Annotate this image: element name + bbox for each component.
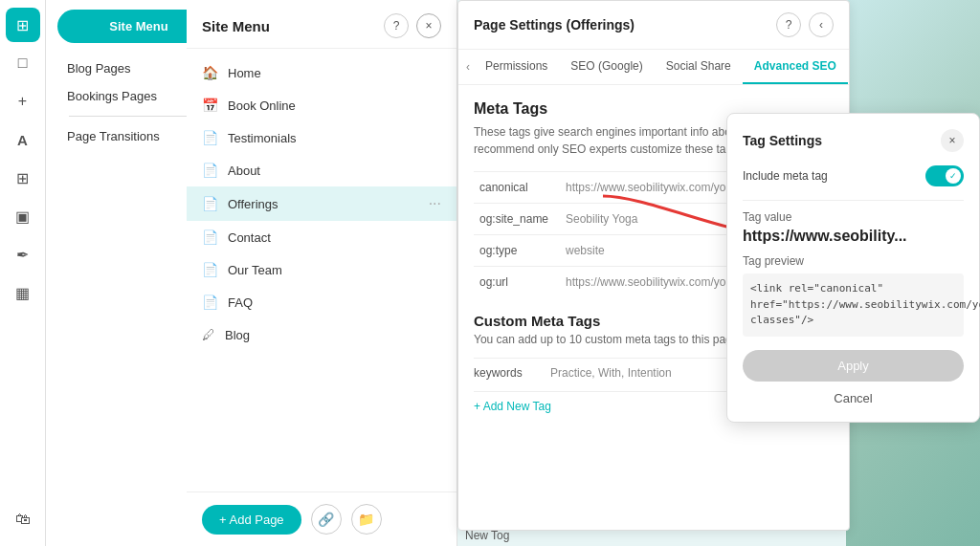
page-settings-title: Page Settings (Offerings) — [474, 17, 635, 33]
page-label: Testimonials — [228, 131, 441, 145]
include-meta-tag-label: Include meta tag — [743, 169, 828, 183]
tag-settings-header: Tag Settings × — [743, 129, 964, 152]
page-settings-help-button[interactable]: ? — [776, 12, 801, 37]
page-item-home[interactable]: 🏠 Home — [187, 56, 457, 89]
book-online-icon: 📅 — [202, 98, 218, 113]
left-sidebar: ⊞ □ + A ⊞ ▣ ✒ ▦ 🛍 — [0, 0, 46, 546]
about-icon: 📄 — [202, 163, 218, 178]
our-team-icon: 📄 — [202, 262, 218, 277]
page-item-offerings[interactable]: 📄 Offerings ··· — [187, 186, 457, 221]
page-label: FAQ — [228, 295, 441, 310]
pages-help-button[interactable]: ? — [384, 13, 409, 38]
new-tog-area: New Tog — [457, 525, 517, 546]
page-settings-header-actions: ? ‹ — [776, 12, 834, 37]
page-label: About — [228, 164, 441, 178]
pages-list: 🏠 Home 📅 Book Online 📄 Testimonials 📄 Ab… — [187, 49, 457, 491]
pen-icon[interactable]: ✒ — [6, 237, 40, 272]
custom-value: Practice, With, Intention — [550, 366, 672, 380]
cancel-button[interactable]: Cancel — [743, 391, 964, 405]
page-settings-header: Page Settings (Offerings) ? ‹ — [458, 1, 849, 50]
tab-seo-google[interactable]: SEO (Google) — [559, 50, 654, 84]
pages-panel: Site Menu ? × 🏠 Home 📅 Book Online 📄 Tes… — [187, 0, 457, 546]
page-settings-back-button[interactable]: ‹ — [809, 12, 834, 37]
tag-settings-divider — [743, 200, 964, 201]
offerings-icon: 📄 — [202, 196, 218, 211]
page-item-blog[interactable]: 🖊 Blog — [187, 318, 457, 351]
include-meta-tag-toggle[interactable]: ✓ — [925, 165, 964, 186]
add-icon[interactable]: + — [6, 84, 40, 119]
tab-prev-icon[interactable]: ‹ — [462, 53, 474, 81]
page-item-faq[interactable]: 📄 FAQ — [187, 286, 457, 318]
page-item-book-online[interactable]: 📅 Book Online — [187, 89, 457, 121]
faq-icon: 📄 — [202, 295, 218, 310]
page-item-contact[interactable]: 📄 Contact — [187, 221, 457, 253]
offerings-menu-icon[interactable]: ··· — [429, 195, 441, 212]
page-label: Offerings — [228, 197, 419, 211]
tab-permissions[interactable]: Permissions — [474, 50, 559, 84]
apps-icon[interactable]: ⊞ — [6, 161, 40, 195]
pages-footer: + Add Page 🔗 📁 — [187, 491, 457, 546]
tag-value: https://www.seobility... — [743, 228, 964, 245]
blog-icon: 🖊 — [202, 327, 215, 342]
page-label: Blog — [225, 328, 441, 342]
meta-key: og:url — [474, 267, 560, 298]
pages-icon[interactable]: □ — [6, 46, 40, 80]
tag-value-label: Tag value — [743, 210, 964, 224]
add-page-button[interactable]: + Add Page — [202, 505, 301, 535]
include-meta-tag-row: Include meta tag ✓ — [743, 165, 964, 186]
tag-preview-code: <link rel="canonical" href="https://www.… — [743, 273, 964, 337]
contact-icon: 📄 — [202, 229, 218, 245]
meta-key: og:site_name — [474, 204, 560, 235]
page-label: Book Online — [228, 98, 441, 113]
font-icon[interactable]: A — [6, 122, 40, 157]
schedule-icon[interactable]: ▦ — [6, 275, 40, 310]
tag-preview-label: Tag preview — [743, 254, 964, 268]
page-label: Contact — [228, 230, 441, 245]
pages-header: Site Menu ? × — [187, 0, 457, 49]
toggle-knob: ✓ — [946, 168, 961, 184]
folder-icon-button[interactable]: 📁 — [351, 504, 382, 535]
tag-settings-title: Tag Settings — [743, 133, 822, 148]
tag-settings-popup: Tag Settings × Include meta tag ✓ Tag va… — [726, 113, 980, 423]
new-tog-label: New Tog — [465, 529, 509, 542]
meta-key: canonical — [474, 172, 560, 204]
page-item-testimonials[interactable]: 📄 Testimonials — [187, 121, 457, 154]
tag-settings-close-button[interactable]: × — [941, 129, 964, 152]
tab-advanced-seo[interactable]: Advanced SEO — [743, 50, 848, 84]
testimonials-icon: 📄 — [202, 130, 218, 145]
tab-social-share[interactable]: Social Share — [655, 50, 743, 84]
media-icon[interactable]: ▣ — [6, 199, 40, 233]
page-label: Our Team — [228, 263, 441, 277]
pages-header-actions: ? × — [384, 13, 441, 38]
link-icon-button[interactable]: 🔗 — [311, 504, 342, 535]
apply-button[interactable]: Apply — [743, 350, 964, 382]
page-settings-tabs: ‹ Permissions SEO (Google) Social Share … — [458, 50, 849, 85]
pages-close-button[interactable]: × — [416, 13, 441, 38]
page-item-about[interactable]: 📄 About — [187, 154, 457, 186]
page-item-our-team[interactable]: 📄 Our Team — [187, 253, 457, 286]
dashboard-icon[interactable]: ⊞ — [6, 8, 40, 42]
meta-key: og:type — [474, 235, 560, 267]
custom-key: keywords — [474, 366, 550, 380]
pages-panel-title: Site Menu — [202, 18, 270, 34]
bag-icon[interactable]: 🛍 — [6, 502, 40, 536]
home-icon: 🏠 — [202, 65, 218, 80]
page-label: Home — [228, 66, 441, 80]
